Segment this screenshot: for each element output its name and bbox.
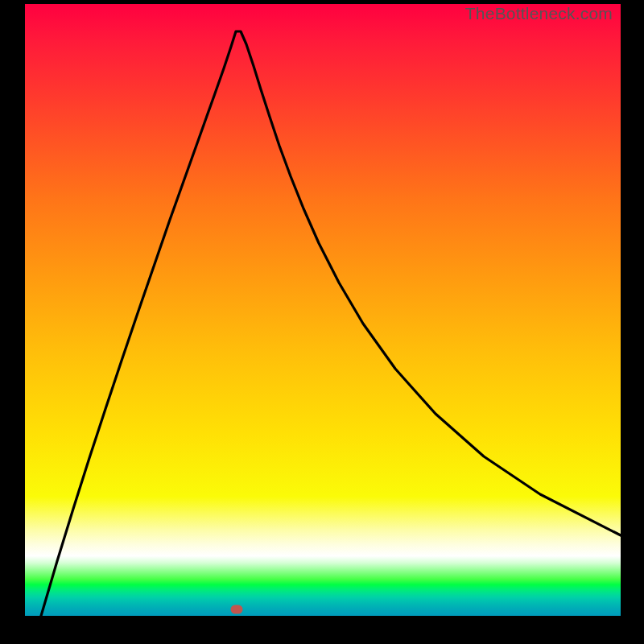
bottleneck-curve (25, 4, 621, 616)
watermark-label: TheBottleneck.com (465, 4, 613, 23)
chart-frame: TheBottleneck.com (25, 4, 621, 616)
min-marker-icon (231, 605, 243, 614)
